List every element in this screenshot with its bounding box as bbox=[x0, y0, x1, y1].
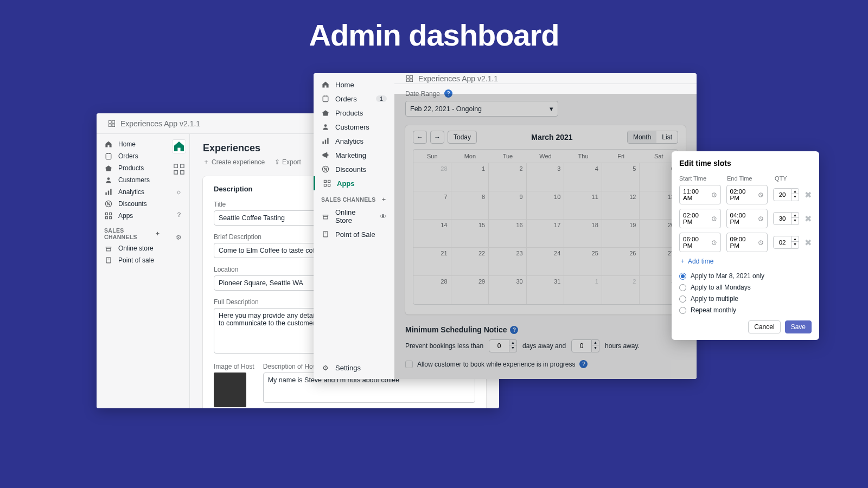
svg-rect-14 bbox=[105, 217, 107, 219]
plus-icon: ＋ bbox=[679, 256, 686, 266]
cancel-button[interactable]: Cancel bbox=[748, 320, 780, 333]
svg-point-23 bbox=[324, 124, 327, 127]
svg-rect-15 bbox=[110, 217, 112, 219]
svg-rect-0 bbox=[108, 120, 111, 123]
remove-slot-icon[interactable]: ✖ bbox=[805, 214, 812, 224]
online-store-icon bbox=[321, 212, 330, 221]
breadcrumb-b: Experiences App v2.1.1 bbox=[418, 74, 498, 83]
svg-rect-18 bbox=[174, 164, 177, 168]
qty-stepper[interactable]: ▲▼ bbox=[792, 236, 799, 249]
svg-rect-3 bbox=[112, 124, 115, 126]
settings-item[interactable]: ⚙ Settings bbox=[314, 361, 394, 375]
svg-rect-34 bbox=[323, 216, 328, 219]
add-channel-icon[interactable]: ＋ bbox=[155, 230, 161, 237]
sidebar-item-home[interactable]: Home bbox=[97, 138, 168, 150]
sidebar-item-customers[interactable]: Customers bbox=[97, 174, 168, 186]
end-time-input[interactable]: 09:00 PM bbox=[726, 233, 768, 252]
apply-option[interactable]: Repeat monthly bbox=[679, 306, 812, 314]
rail-home-icon[interactable] bbox=[172, 139, 186, 153]
qty-stepper[interactable]: ▲▼ bbox=[792, 188, 799, 201]
qty-stepper[interactable]: ▲▼ bbox=[792, 212, 799, 225]
start-time-input[interactable]: 02:00 PM bbox=[679, 209, 721, 228]
sidebar-item-discounts[interactable]: Discounts bbox=[314, 162, 394, 176]
orders-icon bbox=[104, 152, 113, 160]
sidebar-item-apps[interactable]: Apps bbox=[97, 210, 168, 222]
sidebar-item-customers[interactable]: Customers bbox=[314, 120, 394, 134]
apply-option[interactable]: Apply to Mar 8, 2021 only bbox=[679, 272, 812, 280]
end-time-input[interactable]: 04:00 PM bbox=[726, 209, 768, 228]
sidebar-item-point-of-sale[interactable]: Point of Sale bbox=[314, 227, 394, 241]
sidebar-item-orders[interactable]: Orders bbox=[97, 150, 168, 162]
sales-channels-header-a: SALES CHANNELS ＋ bbox=[97, 222, 168, 242]
sidebar-item-products[interactable]: Products bbox=[314, 106, 394, 120]
qty-input[interactable] bbox=[773, 236, 792, 249]
start-time-input[interactable]: 06:00 PM bbox=[679, 233, 721, 252]
svg-point-10 bbox=[107, 203, 108, 204]
apply-option[interactable]: Apply to all Mondays bbox=[679, 284, 812, 291]
svg-rect-21 bbox=[180, 171, 184, 175]
svg-rect-24 bbox=[322, 142, 323, 144]
svg-rect-32 bbox=[324, 184, 326, 187]
qty-input[interactable] bbox=[773, 188, 792, 201]
rail-apps-icon[interactable] bbox=[172, 162, 186, 176]
sidebar-item-analytics[interactable]: Analytics bbox=[97, 186, 168, 198]
svg-rect-33 bbox=[328, 184, 330, 187]
svg-rect-6 bbox=[105, 192, 106, 195]
apps-icon bbox=[104, 211, 113, 220]
sidebar-item-marketing[interactable]: Marketing bbox=[314, 148, 394, 162]
rail-help-icon[interactable]: ？ bbox=[172, 208, 186, 222]
svg-rect-16 bbox=[106, 248, 111, 251]
sidebar-item-orders[interactable]: Orders1 bbox=[314, 92, 394, 106]
end-time-input[interactable]: 02:00 PM bbox=[726, 185, 768, 204]
eye-icon[interactable]: 👁 bbox=[380, 213, 387, 221]
analytics-icon bbox=[104, 188, 113, 196]
add-time-button[interactable]: ＋ Add time bbox=[679, 256, 812, 266]
point-of-sale-icon bbox=[321, 230, 330, 239]
sidebar-item-analytics[interactable]: Analytics bbox=[314, 134, 394, 148]
qty-input[interactable] bbox=[773, 212, 792, 225]
sidebar-item-discounts[interactable]: Discounts bbox=[97, 198, 168, 210]
products-icon bbox=[321, 108, 330, 117]
svg-point-11 bbox=[109, 204, 110, 206]
analytics-icon bbox=[321, 137, 330, 145]
modal-overlay bbox=[394, 94, 697, 379]
sidebar-item-home[interactable]: Home bbox=[314, 78, 394, 92]
svg-rect-37 bbox=[410, 75, 413, 78]
create-experience-link[interactable]: ＋Create experience bbox=[203, 157, 265, 166]
export-link[interactable]: ⇪Export bbox=[275, 157, 301, 166]
sidebar-item-online-store[interactable]: Online store bbox=[97, 242, 168, 254]
svg-rect-30 bbox=[324, 180, 326, 182]
rail-tips-icon[interactable]: ☼ bbox=[172, 185, 186, 199]
sidebar-item-apps[interactable]: Apps bbox=[314, 176, 394, 190]
svg-rect-26 bbox=[327, 138, 328, 144]
sidebar-item-point-of-sale[interactable]: Point of sale bbox=[97, 254, 168, 266]
save-button[interactable]: Save bbox=[785, 320, 812, 333]
rail-settings-icon[interactable]: ⚙ bbox=[172, 230, 186, 245]
svg-point-5 bbox=[107, 177, 110, 180]
qty-header: QTY bbox=[775, 175, 799, 182]
svg-rect-7 bbox=[108, 191, 109, 195]
host-image[interactable] bbox=[214, 373, 246, 407]
remove-slot-icon[interactable]: ✖ bbox=[805, 190, 812, 200]
svg-rect-20 bbox=[174, 171, 177, 175]
host-img-label: Image of Host bbox=[214, 363, 254, 370]
orders-icon bbox=[321, 94, 330, 103]
svg-rect-2 bbox=[108, 124, 111, 126]
svg-point-28 bbox=[324, 168, 326, 169]
radio-icon bbox=[679, 307, 686, 314]
sidebar-item-online-store[interactable]: Online Store👁 bbox=[314, 206, 394, 227]
svg-rect-4 bbox=[106, 153, 111, 159]
page-header-b: Experiences App v2.1.1 bbox=[394, 73, 697, 84]
svg-rect-35 bbox=[323, 232, 328, 237]
svg-rect-39 bbox=[410, 79, 413, 81]
svg-point-29 bbox=[326, 170, 327, 171]
remove-slot-icon[interactable]: ✖ bbox=[805, 237, 812, 248]
apply-option[interactable]: Apply to multiple bbox=[679, 295, 812, 303]
svg-rect-36 bbox=[406, 75, 409, 78]
start-time-input[interactable]: 11:00 AM bbox=[679, 185, 721, 204]
hero-title: Admin dashboard bbox=[0, 17, 868, 53]
sidebar-item-products[interactable]: Products bbox=[97, 162, 168, 174]
svg-rect-13 bbox=[110, 213, 112, 215]
time-slot-row: 06:00 PM09:00 PM▲▼✖ bbox=[679, 233, 812, 252]
add-channel-icon-b[interactable]: ＋ bbox=[381, 196, 387, 203]
